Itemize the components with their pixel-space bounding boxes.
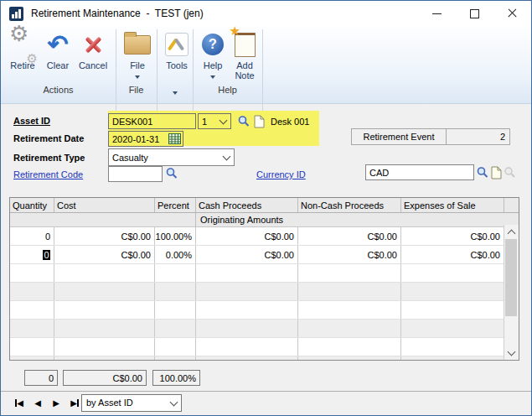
currency-expansion-button-disabled <box>503 165 516 179</box>
tools-group-dropdown[interactable] <box>157 86 193 96</box>
window-title: Retirement Maintenance - TEST (jen) <box>31 1 204 26</box>
help-question-icon: ? <box>202 34 224 55</box>
column-header-noncash-proceeds[interactable]: Non-Cash Proceeds <box>298 198 401 212</box>
asset-id-field[interactable]: DESK001 <box>108 113 196 129</box>
chevron-down-icon <box>220 116 228 124</box>
nav-previous-button[interactable]: ◀ <box>29 395 46 411</box>
scrollbar-thumb[interactable] <box>505 239 517 316</box>
cell-quantity[interactable]: 0 <box>10 227 54 245</box>
help-menu-button[interactable]: ? Help <box>198 29 228 81</box>
grid-empty-row[interactable] <box>10 301 519 320</box>
total-cost: C$0.00 <box>63 370 147 386</box>
expansion-icon <box>504 166 516 179</box>
nav-first-icon: ◀ <box>17 398 23 408</box>
currency-id-value: CAD <box>369 168 389 178</box>
clear-button[interactable]: ↶ Clear <box>41 29 75 70</box>
grid-section-header: Originating Amounts <box>196 213 519 226</box>
retirement-event-label: Retirement Event <box>352 129 447 144</box>
ribbon: ⚙⚙ Retire ↶ Clear Cancel File Tools ? He… <box>1 26 531 104</box>
cancel-label: Cancel <box>79 60 107 70</box>
column-header-percent[interactable]: Percent <box>155 198 196 212</box>
grid-scrollbar[interactable] <box>504 225 519 360</box>
paper-icon <box>491 166 502 179</box>
cell-cash-proceeds[interactable]: C$0.00 <box>196 246 298 263</box>
titlebar: Retirement Maintenance - TEST (jen) <box>1 1 531 26</box>
nav-next-button[interactable]: ▶ <box>48 395 65 411</box>
grid-empty-row[interactable] <box>10 320 519 338</box>
cancel-button[interactable]: Cancel <box>75 29 111 70</box>
scroll-down-arrow-icon[interactable] <box>504 346 518 360</box>
asset-suffix-dropdown[interactable]: 1 <box>198 113 231 129</box>
total-quantity: 0 <box>24 370 58 386</box>
nav-last-icon: ▶ <box>70 398 77 408</box>
cell-noncash-proceeds[interactable]: C$0.00 <box>298 246 401 263</box>
nav-previous-icon: ◀ <box>34 398 41 408</box>
retirement-code-link[interactable]: Retirement Code <box>13 169 83 179</box>
column-header-cost[interactable]: Cost <box>54 198 155 212</box>
currency-lookup-button[interactable] <box>475 165 489 179</box>
calendar-icon[interactable] <box>168 133 181 146</box>
sort-by-value: by Asset ID <box>86 398 133 408</box>
column-header-cash-proceeds[interactable]: Cash Proceeds <box>196 198 298 212</box>
tools-menu-button[interactable]: Tools <box>161 29 193 70</box>
cell-noncash-proceeds[interactable]: C$0.00 <box>298 227 401 245</box>
retire-button[interactable]: ⚙⚙ Retire <box>4 29 41 70</box>
grid-empty-row[interactable] <box>10 356 519 361</box>
retirement-event-value: 2 <box>447 129 509 144</box>
asset-id-label[interactable]: Asset ID <box>13 116 50 126</box>
retirement-type-label: Retirement Type <box>13 153 85 163</box>
magnifier-icon <box>165 167 178 180</box>
retirement-date-label: Retirement Date <box>13 133 84 143</box>
cell-expenses[interactable]: C$0.00 <box>401 246 504 263</box>
gears-icon: ⚙⚙ <box>9 30 36 59</box>
cell-cost[interactable]: C$0.00 <box>54 227 155 245</box>
add-note-button[interactable]: ★ Add Note <box>229 29 261 81</box>
retirement-code-field[interactable] <box>108 166 163 182</box>
grid-data-row-1[interactable]: 0 C$0.00 100.00% C$0.00 C$0.00 C$0.00 <box>10 227 519 246</box>
asset-id-value: DESK001 <box>112 117 152 127</box>
column-header-expenses-of-sale[interactable]: Expenses of Sale <box>401 198 504 212</box>
cell-cost[interactable]: C$0.00 <box>54 246 155 263</box>
grid-data-row-2[interactable]: 0 C$0.00 0.00% C$0.00 C$0.00 C$0.00 <box>10 246 519 264</box>
star-icon: ★ <box>230 26 240 36</box>
cell-cash-proceeds[interactable]: C$0.00 <box>196 227 298 245</box>
grid-section-row: Originating Amounts <box>10 213 519 227</box>
nav-last-button[interactable]: ▶ <box>66 395 83 411</box>
magnifier-icon <box>237 115 251 128</box>
file-group-label: File <box>116 85 157 95</box>
selected-text-cursor: 0 <box>43 250 50 260</box>
app-icon <box>9 7 23 21</box>
grid-empty-row[interactable] <box>10 283 519 301</box>
cell-percent[interactable]: 0.00% <box>155 246 196 263</box>
grid-empty-row[interactable] <box>10 264 519 283</box>
maximize-button[interactable] <box>456 1 493 26</box>
scroll-up-arrow-icon[interactable] <box>504 225 518 238</box>
cell-quantity-selected[interactable]: 0 <box>10 246 54 263</box>
note-icon: ★ <box>235 33 256 57</box>
retirement-type-dropdown[interactable]: Casualty <box>108 148 235 166</box>
retirement-code-lookup-button[interactable] <box>164 166 179 181</box>
grid-empty-row[interactable] <box>10 338 519 356</box>
retirement-date-field[interactable]: 2020-01-31 <box>108 131 183 147</box>
asset-note-button[interactable] <box>253 114 265 128</box>
currency-id-link[interactable]: Currency ID <box>256 169 306 179</box>
minimize-button[interactable] <box>418 1 456 26</box>
footer: ◀ ◀ ▶ ▶ by Asset ID <box>1 391 531 415</box>
nav-next-icon: ▶ <box>53 398 59 408</box>
nav-first-button[interactable]: ◀ <box>11 395 28 411</box>
currency-id-field[interactable]: CAD <box>365 164 474 180</box>
red-x-icon <box>82 34 104 55</box>
total-percent: 100.00% <box>152 370 200 386</box>
sort-by-dropdown[interactable]: by Asset ID <box>81 394 182 412</box>
close-button[interactable] <box>493 1 531 26</box>
asset-lookup-button[interactable] <box>236 114 251 128</box>
ribbon-divider <box>193 29 194 120</box>
column-header-quantity[interactable]: Quantity <box>10 198 54 212</box>
cell-percent[interactable]: 100.00% <box>155 227 196 245</box>
currency-note-button[interactable] <box>490 165 502 179</box>
chevron-down-icon <box>223 152 231 160</box>
magnifier-icon <box>476 166 489 179</box>
file-menu-button[interactable]: File <box>120 29 155 81</box>
ribbon-divider <box>116 29 116 120</box>
cell-expenses[interactable]: C$0.00 <box>401 227 504 245</box>
